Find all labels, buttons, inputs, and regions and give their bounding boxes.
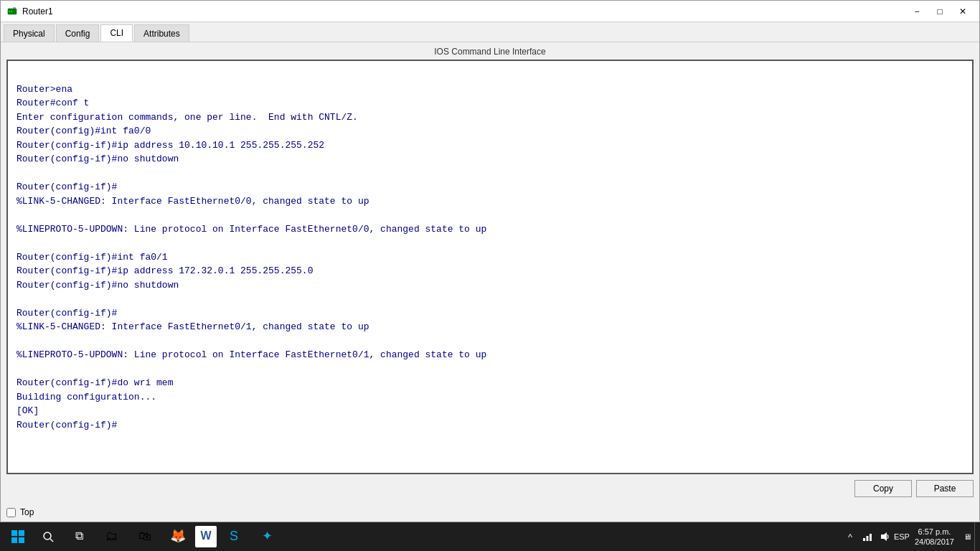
svg-rect-11 — [863, 538, 865, 541]
buttons-row: Copy Paste — [1, 474, 979, 503]
svg-rect-6 — [19, 530, 24, 536]
svg-rect-7 — [11, 537, 17, 543]
top-checkbox[interactable] — [6, 508, 16, 517]
file-explorer-button[interactable]: 🗂 — [96, 522, 128, 551]
copy-button[interactable]: Copy — [854, 480, 912, 497]
cli-section-label: IOS Command Line Interface — [1, 42, 979, 60]
language-indicator[interactable]: ESP — [895, 529, 909, 544]
svg-point-1 — [9, 11, 10, 12]
store-button[interactable]: 🛍 — [129, 522, 161, 551]
router1-window: Router1 − □ ✕ PhysicalConfigCLIAttribute… — [0, 0, 980, 522]
show-desktop-button[interactable] — [974, 522, 980, 551]
tabs-row: PhysicalConfigCLIAttributes — [1, 22, 979, 42]
svg-rect-12 — [866, 536, 868, 541]
svg-point-2 — [11, 11, 12, 12]
task-view-button[interactable]: ⧉ — [63, 522, 95, 551]
taskbar: ⧉ 🗂 🛍 🦊 W S ✦ ^ ESP 6:57 p.m. 24/08/2017 — [0, 522, 980, 551]
cli-terminal[interactable]: Router>ena Router#conf t Enter configura… — [6, 60, 974, 474]
top-label[interactable]: Top — [20, 507, 34, 517]
taskbar-search-button[interactable] — [36, 522, 60, 551]
tray-chevron[interactable]: ^ — [843, 529, 857, 544]
taskbar-tray: ^ ESP 6:57 p.m. 24/08/2017 🖥 — [843, 527, 974, 547]
paste-button[interactable]: Paste — [916, 480, 974, 497]
show-desktop-icon[interactable]: 🖥 — [960, 529, 974, 544]
volume-tray-icon[interactable] — [877, 529, 892, 544]
terminal-wrapper: Router>ena Router#conf t Enter configura… — [1, 60, 979, 474]
close-button[interactable]: ✕ — [952, 1, 974, 22]
title-bar: Router1 − □ ✕ — [1, 1, 979, 22]
router-icon — [6, 6, 18, 17]
tab-cli[interactable]: CLI — [100, 24, 133, 42]
taskbar-apps: ⧉ 🗂 🛍 🦊 W S ✦ — [60, 522, 283, 551]
svg-rect-5 — [11, 530, 17, 536]
svg-marker-14 — [881, 532, 887, 541]
tab-physical[interactable]: Physical — [4, 24, 55, 42]
skype-button[interactable]: S — [218, 522, 250, 551]
tab-attributes[interactable]: Attributes — [134, 24, 189, 42]
svg-rect-13 — [870, 534, 872, 541]
start-button[interactable] — [0, 522, 36, 551]
svg-rect-8 — [19, 537, 24, 543]
top-checkbox-row: Top — [1, 503, 979, 522]
maximize-button[interactable]: □ — [929, 1, 951, 22]
svg-point-9 — [44, 532, 51, 540]
taskbar-clock[interactable]: 6:57 p.m. 24/08/2017 — [912, 527, 957, 547]
firefox-button[interactable]: 🦊 — [162, 522, 194, 551]
svg-line-10 — [50, 539, 53, 542]
cisco-button[interactable]: ✦ — [251, 522, 283, 551]
window-controls: − □ ✕ — [906, 1, 974, 22]
network-tray-icon[interactable] — [860, 529, 875, 544]
clock-time: 6:57 p.m. — [915, 527, 954, 537]
window-title: Router1 — [22, 6, 906, 17]
word-button[interactable]: W — [195, 526, 217, 547]
clock-date: 24/08/2017 — [915, 537, 954, 547]
tab-config[interactable]: Config — [56, 24, 100, 42]
minimize-button[interactable]: − — [906, 1, 928, 22]
